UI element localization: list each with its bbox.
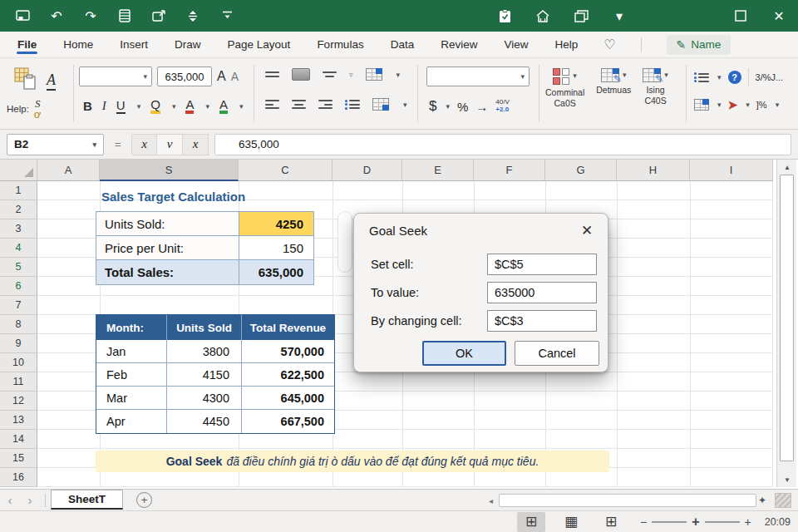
row-header-12[interactable]: 12 (0, 392, 37, 411)
scroll-down-icon[interactable]: ▼ (780, 473, 795, 486)
clear-arrow-icon[interactable]: ➤ (728, 98, 738, 111)
zoom-in-icon[interactable]: + (745, 515, 751, 529)
misc-caret-icon[interactable]: ▾ (776, 101, 780, 109)
align-center-icon[interactable] (292, 100, 306, 109)
underline-caret-icon[interactable]: ▾ (137, 102, 141, 111)
row-header-6[interactable]: 6 (0, 277, 37, 296)
column-header-c[interactable]: C (239, 160, 332, 181)
comma-format-button[interactable]: → (475, 100, 488, 114)
column-header-g[interactable]: G (545, 160, 617, 181)
row-header-9[interactable]: 9 (0, 334, 37, 353)
tab-page-layout[interactable]: Page Layout (227, 33, 292, 56)
align-top-icon[interactable] (265, 71, 279, 77)
maximize-icon[interactable] (722, 0, 760, 32)
tab-help[interactable]: Help (554, 33, 579, 56)
revenue-cell[interactable]: 570,000 (242, 340, 334, 362)
tab-view[interactable]: View (503, 33, 529, 56)
merge-caret-icon[interactable]: ▾ (397, 71, 401, 79)
wrap-caret-icon[interactable]: ▾ (403, 101, 407, 109)
dialog-close-icon[interactable]: ✕ (578, 221, 596, 239)
italic-button[interactable]: I (102, 99, 106, 113)
decimal-adjust-button[interactable]: 40/V+2.0 (495, 99, 509, 114)
row-header-3[interactable]: 3 (0, 219, 37, 239)
units-cell[interactable]: 3800 (167, 340, 242, 362)
revenue-cell[interactable]: 622,500 (242, 363, 334, 386)
select-all-corner[interactable] (0, 160, 37, 181)
to-value-input[interactable] (487, 282, 597, 303)
insert-function-icon[interactable]: x (183, 134, 209, 155)
vertical-scrollbar[interactable]: ▲ ▼ (776, 160, 796, 487)
units-cell[interactable]: 4150 (167, 363, 242, 386)
align-middle-icon[interactable] (323, 71, 337, 77)
style-sigma-icon[interactable]: ơ (34, 109, 42, 120)
currency-caret-icon[interactable]: ▾ (446, 102, 450, 111)
month-cell[interactable]: Apr (96, 410, 167, 433)
percent-format-button[interactable]: % (457, 100, 468, 114)
revenue-cell[interactable]: 645,000 (242, 387, 334, 409)
number-format-combobox[interactable]: ▾ (426, 66, 530, 86)
row-header-8[interactable]: 8 (0, 315, 37, 334)
font-name-combobox[interactable]: ▾ (79, 66, 152, 86)
name-button[interactable]: ✎ Name (667, 35, 732, 55)
insert-caret-icon[interactable]: ▾ (717, 101, 722, 109)
font-color-caret-icon[interactable]: ▾ (205, 102, 209, 111)
month-cell[interactable]: Jan (96, 340, 167, 362)
month-cell[interactable]: Feb (96, 363, 167, 386)
name-box-caret-icon[interactable]: ▾ (92, 140, 96, 149)
fill-color-caret-icon[interactable]: ▾ (239, 102, 244, 111)
zoom-out-icon[interactable]: − (640, 515, 647, 529)
wrap-text-icon[interactable] (372, 98, 389, 111)
enter-formula-icon[interactable]: v (157, 134, 183, 155)
row-header-16[interactable]: 16 (0, 468, 37, 487)
small-filter-icon[interactable]: ▿ (349, 71, 353, 79)
paste-icon[interactable] (13, 66, 38, 95)
cancel-formula-icon[interactable]: x (131, 134, 157, 155)
window-restore-icon[interactable] (562, 0, 600, 32)
row-header-1[interactable]: 1 (0, 181, 37, 200)
list-caret-icon[interactable]: ▾ (717, 73, 722, 81)
close-window-icon[interactable]: ✕ (760, 0, 798, 32)
vertical-scroll-thumb[interactable] (780, 175, 794, 461)
zoom-track-left[interactable] (652, 521, 687, 523)
tab-draw[interactable]: Draw (174, 33, 202, 56)
highlight-color-button[interactable]: Q (150, 98, 160, 114)
insert-cells-icon[interactable] (694, 99, 709, 111)
fraction-format-label[interactable]: 3/%J... (756, 72, 784, 82)
heart-icon[interactable]: ♡ (603, 37, 615, 52)
tab-review[interactable]: Review (440, 33, 478, 56)
list-indent-icon[interactable] (345, 100, 360, 109)
sheet-tab[interactable]: SheetT (51, 490, 123, 510)
align-right-icon[interactable] (318, 100, 332, 109)
currency-format-button[interactable]: $ (429, 98, 436, 115)
revenue-cell[interactable]: 667,500 (242, 410, 334, 433)
scroll-left-icon[interactable]: ◂ (489, 496, 499, 505)
set-cell-input[interactable] (487, 254, 597, 275)
row-header-2[interactable]: 2 (0, 200, 37, 219)
horizontal-scrollbar[interactable]: ◂ ✦ (489, 493, 768, 508)
total-sales-label-cell[interactable]: Total Sales: (96, 260, 239, 284)
underline-button[interactable]: U (116, 98, 126, 114)
merge-cells-icon[interactable] (366, 68, 382, 81)
row-header-13[interactable]: 13 (0, 411, 37, 430)
column-header-e[interactable]: E (402, 160, 474, 181)
help-question-icon[interactable]: ? (728, 71, 741, 84)
prev-sheet-icon[interactable]: ‹ (0, 493, 20, 507)
orientation-icon[interactable] (292, 68, 310, 81)
format-as-table-button[interactable]: ✎▾ Detmuas (596, 68, 631, 96)
fill-color-button[interactable]: A (219, 98, 228, 114)
sort-updown-icon[interactable] (185, 8, 200, 23)
zoom-track-right[interactable] (705, 521, 740, 523)
conditional-formatting-button[interactable]: ▾ ComminalCa0S (545, 68, 584, 109)
tab-file[interactable]: File (17, 33, 37, 56)
row-header-10[interactable]: 10 (0, 353, 37, 372)
zoom-thumb-icon[interactable]: + (692, 515, 699, 530)
units-cell[interactable]: 4300 (167, 387, 242, 409)
column-header-b[interactable]: S (100, 160, 239, 181)
formula-input[interactable]: 635,000 (214, 134, 791, 155)
grow-font-button[interactable]: A (217, 69, 226, 84)
by-changing-cell-input[interactable] (487, 310, 597, 332)
total-sales-value-cell[interactable]: 635,000 (239, 260, 313, 284)
font-color-button[interactable]: A (185, 98, 194, 114)
price-per-unit-value-cell[interactable]: 150 (239, 236, 313, 259)
name-box[interactable]: B2 ▾ (7, 134, 104, 155)
